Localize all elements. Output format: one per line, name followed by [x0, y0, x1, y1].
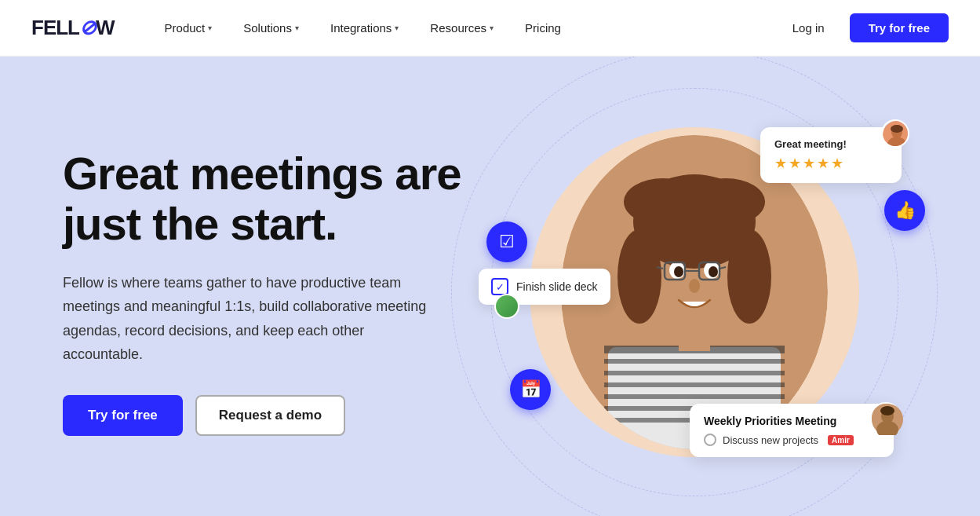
hero-right: Great meeting! ★★★★★ 👍 ☑ ✓ Finish slide …: [471, 104, 917, 481]
radio-circle-icon: [704, 434, 716, 446]
chevron-down-icon: ▾: [490, 24, 494, 32]
svg-point-25: [689, 279, 700, 293]
nav-item-integrations[interactable]: Integrations ▾: [318, 15, 411, 41]
weekly-item: Discuss new projects Amir: [704, 434, 880, 446]
amir-badge: Amir: [828, 435, 854, 445]
nav-item-solutions[interactable]: Solutions ▾: [231, 15, 311, 41]
weekly-item-text: Discuss new projects: [723, 434, 818, 446]
thumbs-up-icon: 👍: [894, 200, 916, 221]
svg-point-13: [727, 229, 771, 324]
svg-rect-4: [604, 371, 785, 375]
chevron-down-icon: ▾: [395, 24, 399, 32]
nav-label-resources: Resources: [430, 21, 486, 35]
chevron-down-icon: ▾: [208, 24, 212, 32]
avatar-person-icon: [883, 121, 909, 148]
checkbox-icon: ☑: [499, 232, 515, 252]
svg-point-12: [618, 229, 661, 324]
task-check-icon: ✓: [491, 278, 508, 295]
task-avatar: [494, 294, 519, 319]
logo-slash: ⊘: [79, 16, 96, 40]
weekly-title: Weekly Priorities Meeting: [704, 415, 880, 427]
calendar-bubble: 📅: [510, 369, 551, 410]
svg-point-29: [891, 125, 903, 133]
nav-label-pricing: Pricing: [525, 21, 561, 35]
nav-item-pricing[interactable]: Pricing: [512, 15, 574, 41]
nav-item-product[interactable]: Product ▾: [152, 15, 225, 41]
nav-label-integrations: Integrations: [330, 21, 392, 35]
hero-try-button[interactable]: Try for free: [63, 395, 183, 436]
chevron-down-icon: ▾: [295, 24, 299, 32]
logo[interactable]: FELL⊘W: [31, 16, 115, 40]
hero-description: Fellow is where teams gather to have pro…: [63, 271, 432, 367]
star-rating: ★★★★★: [774, 155, 887, 172]
hero-buttons: Try for free Request a demo: [63, 395, 471, 436]
hero-title: Great meetings are just the start.: [63, 148, 471, 249]
hero-left: Great meetings are just the start. Fello…: [63, 148, 471, 436]
meeting-rating-title: Great meeting!: [774, 138, 887, 150]
thumbs-up-bubble: 👍: [884, 190, 925, 231]
nav-try-button[interactable]: Try for free: [850, 13, 949, 42]
avatar-man-icon: [872, 404, 903, 435]
avatar-rating: [881, 119, 909, 148]
svg-rect-3: [604, 359, 785, 364]
svg-point-33: [880, 406, 894, 415]
svg-point-18: [674, 266, 683, 277]
checkbox-bubble: ☑: [486, 221, 527, 262]
svg-rect-6: [604, 394, 785, 399]
avatar-man: [870, 402, 902, 434]
svg-rect-5: [604, 382, 785, 387]
calendar-icon: 📅: [520, 379, 541, 400]
navbar: FELL⊘W Product ▾ Solutions ▾ Integration…: [0, 0, 980, 57]
weekly-priorities-card: Weekly Priorities Meeting Discuss new pr…: [690, 404, 894, 457]
nav-actions: Log in Try for free: [777, 13, 949, 42]
hero-section: Great meetings are just the start. Fello…: [0, 57, 980, 516]
hero-demo-button[interactable]: Request a demo: [195, 395, 345, 436]
task-card: ✓ Finish slide deck: [479, 269, 610, 305]
login-button[interactable]: Log in: [777, 15, 840, 41]
nav-label-solutions: Solutions: [243, 21, 292, 35]
nav-label-product: Product: [165, 21, 206, 35]
task-label: Finish slide deck: [516, 280, 598, 293]
svg-point-15: [687, 178, 765, 225]
nav-links: Product ▾ Solutions ▾ Integrations ▾ Res…: [152, 15, 777, 41]
nav-item-resources[interactable]: Resources ▾: [417, 15, 506, 41]
svg-point-19: [709, 266, 718, 277]
meeting-rating-card: Great meeting! ★★★★★: [760, 127, 902, 183]
